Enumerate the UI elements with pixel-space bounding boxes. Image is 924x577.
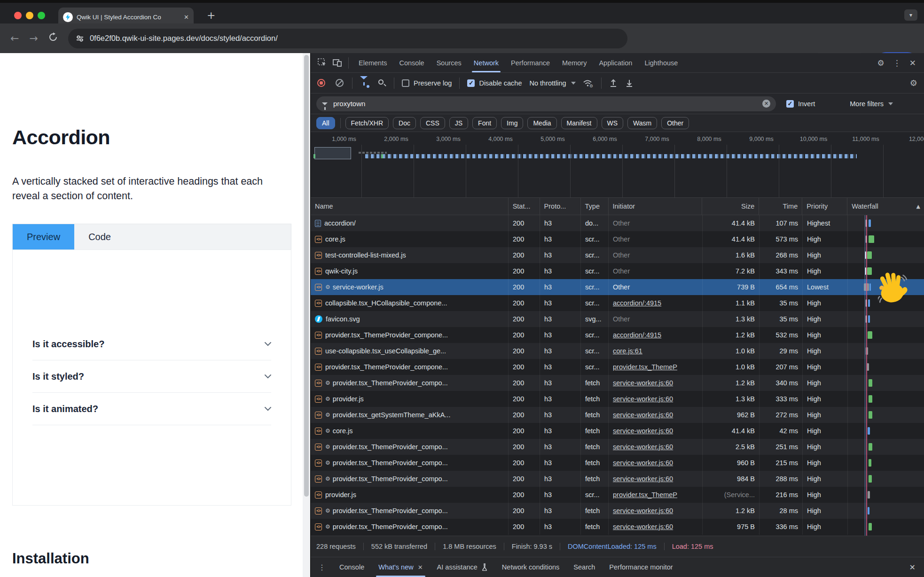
request-status-cell[interactable]: 200 bbox=[509, 407, 540, 423]
request-protocol-cell[interactable]: h3 bbox=[540, 439, 581, 455]
column-header-waterfall[interactable]: Waterfall▲ bbox=[847, 198, 924, 215]
clear-network-log-button[interactable] bbox=[336, 79, 344, 87]
devtools-tab-performance[interactable]: Performance bbox=[505, 53, 556, 73]
column-header-priority[interactable]: Priority bbox=[802, 198, 847, 215]
request-priority-cell[interactable]: High bbox=[803, 231, 848, 247]
request-time-cell[interactable]: 42 ms bbox=[760, 423, 803, 439]
network-request-row[interactable]: <>⚙provider.tsx_ThemeProvider_compo...20… bbox=[311, 375, 924, 391]
request-priority-cell[interactable]: High bbox=[803, 375, 848, 391]
drawer-tab-ai-assistance[interactable]: AI assistance bbox=[430, 557, 495, 577]
request-time-cell[interactable]: 340 ms bbox=[760, 375, 803, 391]
request-size-cell[interactable]: 962 B bbox=[703, 407, 760, 423]
request-priority-cell[interactable]: High bbox=[803, 487, 848, 503]
request-name-cell[interactable]: <>⚙provider.tsx_ThemeProvider_compo... bbox=[311, 455, 509, 471]
request-waterfall-cell[interactable] bbox=[848, 423, 924, 439]
import-har-icon[interactable] bbox=[609, 78, 618, 88]
request-initiator-cell[interactable]: Other bbox=[609, 231, 703, 247]
request-protocol-cell[interactable]: h3 bbox=[540, 215, 581, 231]
type-chip-css[interactable]: CSS bbox=[420, 117, 445, 129]
request-priority-cell[interactable]: Highest bbox=[803, 215, 848, 231]
initiator-link[interactable]: provider.tsx_ThemeP bbox=[613, 491, 677, 499]
request-type-cell[interactable]: fetch bbox=[581, 503, 609, 519]
request-initiator-cell[interactable]: service-worker.js:60 bbox=[609, 519, 703, 535]
request-size-cell[interactable]: 984 B bbox=[703, 471, 760, 487]
minimize-window-button[interactable] bbox=[26, 12, 33, 19]
drawer-menu-kebab-icon[interactable]: ⋮ bbox=[318, 563, 326, 572]
inspect-element-icon[interactable] bbox=[315, 56, 329, 70]
request-initiator-cell[interactable]: service-worker.js:60 bbox=[609, 471, 703, 487]
request-time-cell[interactable]: 35 ms bbox=[760, 295, 803, 311]
request-waterfall-cell[interactable] bbox=[848, 407, 924, 423]
drawer-tab-what-s-new[interactable]: What's new✕ bbox=[371, 557, 430, 577]
request-initiator-cell[interactable]: service-worker.js:60 bbox=[609, 375, 703, 391]
initiator-link[interactable]: core.js:61 bbox=[613, 347, 642, 355]
request-initiator-cell[interactable]: core.js:61 bbox=[609, 343, 703, 359]
site-info-icon[interactable] bbox=[76, 34, 84, 43]
request-name-cell[interactable]: <>⚙provider.tsx_ThemeProvider_compo... bbox=[311, 471, 509, 487]
request-name-cell[interactable]: <>qwik-city.js bbox=[311, 263, 509, 279]
request-name-cell[interactable]: <>provider.js bbox=[311, 487, 509, 503]
demo-tab-code[interactable]: Code bbox=[74, 224, 125, 250]
search-icon[interactable] bbox=[378, 79, 386, 87]
request-priority-cell[interactable]: High bbox=[803, 311, 848, 327]
request-initiator-cell[interactable]: service-worker.js:60 bbox=[609, 407, 703, 423]
request-priority-cell[interactable]: High bbox=[803, 503, 848, 519]
request-size-cell[interactable]: 1.3 kB bbox=[703, 311, 760, 327]
network-request-row[interactable]: <>⚙provider.tsx_ThemeProvider_compo...20… bbox=[311, 503, 924, 519]
network-conditions-icon[interactable]: ⚙ bbox=[582, 78, 594, 88]
request-time-cell[interactable]: 654 ms bbox=[760, 279, 803, 295]
request-status-cell[interactable]: 200 bbox=[509, 391, 540, 407]
record-network-log-button[interactable] bbox=[317, 79, 325, 87]
request-status-cell[interactable]: 200 bbox=[509, 343, 540, 359]
close-icon[interactable]: ✕ bbox=[418, 564, 423, 571]
request-initiator-cell[interactable]: service-worker.js:60 bbox=[609, 439, 703, 455]
request-protocol-cell[interactable]: h3 bbox=[540, 231, 581, 247]
page-scrollbar[interactable] bbox=[303, 53, 310, 577]
request-status-cell[interactable]: 200 bbox=[509, 375, 540, 391]
throttling-dropdown[interactable]: No throttling bbox=[529, 79, 575, 87]
devtools-tab-memory[interactable]: Memory bbox=[556, 53, 593, 73]
request-status-cell[interactable]: 200 bbox=[509, 487, 540, 503]
initiator-link[interactable]: accordion/:4915 bbox=[613, 331, 661, 339]
request-priority-cell[interactable]: High bbox=[803, 455, 848, 471]
drawer-tab-search[interactable]: Search bbox=[566, 557, 602, 577]
request-protocol-cell[interactable]: h3 bbox=[540, 407, 581, 423]
request-initiator-cell[interactable]: accordion/:4915 bbox=[609, 295, 703, 311]
request-protocol-cell[interactable]: h3 bbox=[540, 343, 581, 359]
initiator-link[interactable]: service-worker.js:60 bbox=[613, 443, 673, 451]
request-status-cell[interactable]: 200 bbox=[509, 231, 540, 247]
network-request-row[interactable]: <>test-controlled-list-mixed.js200h3scr.… bbox=[311, 247, 924, 263]
request-time-cell[interactable]: 215 ms bbox=[760, 455, 803, 471]
network-request-row[interactable]: <>provider.tsx_ThemeProvider_compone...2… bbox=[311, 359, 924, 375]
request-name-cell[interactable]: accordion/ bbox=[311, 215, 509, 231]
request-status-cell[interactable]: 200 bbox=[509, 359, 540, 375]
type-chip-all[interactable]: All bbox=[316, 117, 335, 129]
network-request-row[interactable]: <>qwik-city.js200h3scr...Other7.2 kB343 … bbox=[311, 263, 924, 279]
maximize-window-button[interactable] bbox=[38, 12, 45, 19]
request-time-cell[interactable]: 207 ms bbox=[760, 359, 803, 375]
request-protocol-cell[interactable]: h3 bbox=[540, 359, 581, 375]
request-size-cell[interactable]: 41.4 kB bbox=[703, 231, 760, 247]
request-size-cell[interactable]: 7.2 kB bbox=[703, 263, 760, 279]
tab-close-icon[interactable]: ✕ bbox=[184, 14, 189, 21]
request-type-cell[interactable]: scr... bbox=[581, 295, 609, 311]
initiator-link[interactable]: accordion/:4915 bbox=[613, 299, 661, 307]
column-header-stat[interactable]: Stat... bbox=[509, 198, 540, 215]
devtools-tab-elements[interactable]: Elements bbox=[352, 53, 393, 73]
request-status-cell[interactable]: 200 bbox=[509, 247, 540, 263]
request-time-cell[interactable]: 107 ms bbox=[760, 215, 803, 231]
request-time-cell[interactable]: 272 ms bbox=[760, 407, 803, 423]
request-initiator-cell[interactable]: accordion/:4915 bbox=[609, 327, 703, 343]
request-type-cell[interactable]: scr... bbox=[581, 487, 609, 503]
initiator-link[interactable]: service-worker.js:60 bbox=[613, 523, 673, 530]
request-waterfall-cell[interactable] bbox=[848, 487, 924, 503]
accordion-item[interactable]: Is it animated? bbox=[32, 393, 271, 425]
request-type-cell[interactable]: svg... bbox=[581, 311, 609, 327]
drawer-close-icon[interactable]: ✕ bbox=[909, 563, 924, 572]
request-size-cell[interactable]: 1.2 kB bbox=[703, 503, 760, 519]
devtools-menu-kebab-icon[interactable]: ⋮ bbox=[893, 58, 901, 68]
request-waterfall-cell[interactable] bbox=[848, 359, 924, 375]
new-tab-button[interactable]: + bbox=[207, 10, 215, 21]
settings-gear-icon[interactable]: ⚙ bbox=[877, 58, 885, 68]
request-priority-cell[interactable]: Lowest bbox=[803, 279, 848, 295]
